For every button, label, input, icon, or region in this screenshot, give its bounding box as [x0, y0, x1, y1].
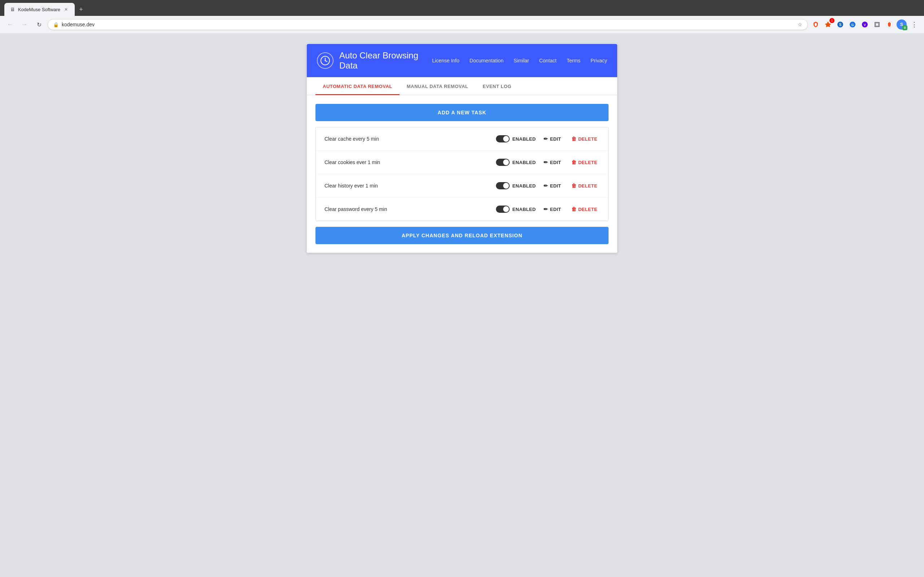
toggle-container-1[interactable]: ENABLED — [496, 159, 536, 166]
toggle-1[interactable] — [496, 159, 510, 166]
address-bar[interactable]: 🔒 kodemuse.dev ☆ — [48, 19, 808, 30]
alert-badge: 1 — [829, 18, 835, 23]
pencil-icon: ✏ — [544, 183, 548, 189]
tab-automatic-data-removal[interactable]: AUTOMATIC DATA REMOVAL — [315, 77, 399, 95]
new-tab-button[interactable]: + — [76, 4, 86, 15]
extension-title: Auto Clear Browsing Data — [339, 50, 432, 71]
tab-bar: 🖥 KodeMuse Software × + — [4, 3, 920, 16]
delete-button-3[interactable]: 🗑 DELETE — [569, 205, 599, 213]
browser-menu-icon[interactable]: ⋮ — [909, 19, 920, 30]
tabs-bar: AUTOMATIC DATA REMOVAL MANUAL DATA REMOV… — [307, 77, 617, 95]
edit-button-1[interactable]: ✏ EDIT — [541, 158, 563, 167]
task-actions-2: ENABLED ✏ EDIT 🗑 DELETE — [496, 181, 599, 190]
toggle-label-1: ENABLED — [512, 160, 536, 165]
svg-text:V: V — [864, 23, 866, 27]
svg-point-12 — [325, 60, 326, 61]
task-actions-3: ENABLED ✏ EDIT 🗑 DELETE — [496, 205, 599, 213]
task-name-3: Clear password every 5 min — [325, 206, 496, 212]
tab-manual-data-removal[interactable]: MANUAL DATA REMOVAL — [399, 77, 476, 95]
edit-button-2[interactable]: ✏ EDIT — [541, 181, 563, 190]
back-button[interactable]: ← — [4, 19, 16, 30]
trash-icon: 🗑 — [571, 206, 577, 212]
extension-icon-3[interactable]: V — [860, 19, 870, 29]
brave-shield-icon[interactable] — [811, 19, 821, 29]
svg-text:S: S — [839, 23, 842, 27]
toggle-label-0: ENABLED — [512, 136, 536, 142]
nav-documentation[interactable]: Documentation — [470, 58, 504, 63]
tab-favicon: 🖥 — [10, 6, 15, 12]
page-content: Auto Clear Browsing Data License Info Do… — [0, 33, 924, 264]
lock-icon: 🔒 — [53, 22, 59, 27]
extension-logo — [317, 52, 333, 69]
brave-logo-icon[interactable] — [884, 19, 894, 29]
toggle-label-3: ENABLED — [512, 206, 536, 212]
table-row: Clear password every 5 min ENABLED ✏ EDI… — [316, 198, 608, 221]
main-content: ADD A NEW TASK Clear cache every 5 min E… — [307, 95, 617, 253]
task-list: Clear cache every 5 min ENABLED ✏ EDIT 🗑 — [315, 127, 609, 221]
task-actions-1: ENABLED ✏ EDIT 🗑 DELETE — [496, 158, 599, 167]
alert-icon[interactable]: 1 — [823, 19, 833, 29]
table-row: Clear cache every 5 min ENABLED ✏ EDIT 🗑 — [316, 127, 608, 151]
trash-icon: 🗑 — [571, 183, 577, 189]
browser-tab-active[interactable]: 🖥 KodeMuse Software × — [4, 3, 75, 16]
bookmark-icon[interactable]: ☆ — [798, 22, 802, 27]
nav-contact[interactable]: Contact — [539, 58, 557, 63]
toggle-0[interactable] — [496, 135, 510, 142]
tab-title: KodeMuse Software — [18, 7, 60, 12]
header-nav: License Info Documentation Similar Conta… — [432, 58, 607, 63]
task-actions-0: ENABLED ✏ EDIT 🗑 DELETE — [496, 134, 599, 143]
svg-rect-7 — [876, 23, 879, 26]
pencil-icon: ✏ — [544, 206, 548, 212]
edit-button-0[interactable]: ✏ EDIT — [541, 134, 563, 143]
extension-header: Auto Clear Browsing Data License Info Do… — [307, 44, 617, 77]
table-row: Clear history ever 1 min ENABLED ✏ EDIT … — [316, 174, 608, 198]
trash-icon: 🗑 — [571, 160, 577, 165]
task-name-0: Clear cache every 5 min — [325, 136, 496, 142]
maximize-icon[interactable] — [872, 19, 882, 29]
table-row: Clear cookies ever 1 min ENABLED ✏ EDIT … — [316, 151, 608, 174]
pencil-icon: ✏ — [544, 160, 548, 165]
nav-license-info[interactable]: License Info — [432, 58, 459, 63]
url-text: kodemuse.dev — [62, 22, 795, 27]
profile-badge: 0 — [902, 25, 908, 30]
apply-changes-button[interactable]: APPLY CHANGES AND RELOAD EXTENSION — [315, 227, 609, 244]
delete-button-2[interactable]: 🗑 DELETE — [569, 181, 599, 190]
profile-icon[interactable]: S 0 — [897, 19, 907, 29]
nav-terms[interactable]: Terms — [567, 58, 580, 63]
svg-text:G: G — [851, 23, 854, 27]
delete-button-1[interactable]: 🗑 DELETE — [569, 158, 599, 167]
extension-icon-2[interactable]: G — [848, 19, 858, 29]
nav-similar[interactable]: Similar — [514, 58, 529, 63]
toggle-container-2[interactable]: ENABLED — [496, 182, 536, 189]
toggle-3[interactable] — [496, 206, 510, 213]
task-name-2: Clear history ever 1 min — [325, 183, 496, 189]
extension-icon-1[interactable]: S — [835, 19, 845, 29]
toggle-container-0[interactable]: ENABLED — [496, 135, 536, 142]
tab-close-button[interactable]: × — [63, 6, 69, 13]
reload-button[interactable]: ↻ — [33, 19, 45, 30]
extension-container: Auto Clear Browsing Data License Info Do… — [307, 44, 617, 253]
browser-toolbar: ← → ↻ 🔒 kodemuse.dev ☆ 1 S — [0, 16, 924, 33]
edit-button-3[interactable]: ✏ EDIT — [541, 205, 563, 213]
toggle-label-2: ENABLED — [512, 183, 536, 189]
nav-privacy[interactable]: Privacy — [591, 58, 607, 63]
pencil-icon: ✏ — [544, 136, 548, 142]
add-task-button[interactable]: ADD A NEW TASK — [315, 104, 609, 121]
toolbar-extensions: 1 S G V — [811, 19, 920, 30]
browser-chrome: 🖥 KodeMuse Software × + — [0, 0, 924, 16]
toggle-2[interactable] — [496, 182, 510, 189]
tab-event-log[interactable]: EVENT LOG — [475, 77, 519, 95]
toggle-container-3[interactable]: ENABLED — [496, 206, 536, 213]
forward-button[interactable]: → — [19, 19, 30, 30]
task-name-1: Clear cookies ever 1 min — [325, 160, 496, 165]
trash-icon: 🗑 — [571, 136, 577, 142]
delete-button-0[interactable]: 🗑 DELETE — [569, 134, 599, 143]
